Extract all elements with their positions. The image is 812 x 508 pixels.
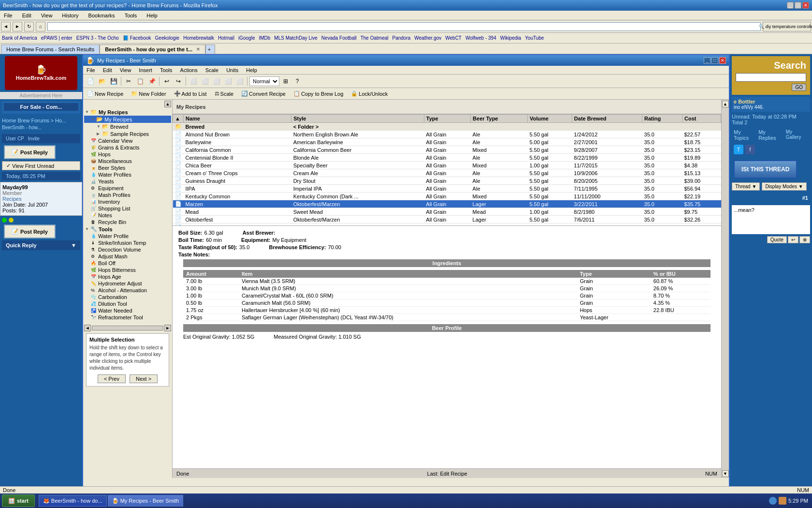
menu-view[interactable]: View — [39, 12, 55, 19]
tool-b3[interactable]: ⬜ — [211, 76, 222, 87]
bookmark-geekologie[interactable]: Geekologie — [155, 35, 180, 41]
ingredient-row[interactable]: 7.00 lb Vienna Malt (3.5 SRM) Grain 60.8… — [183, 278, 710, 285]
table-row-selected[interactable]: 📄 Marzen Oktoberfest/Marzen All Grain La… — [173, 200, 721, 208]
sidebar-link-hbf[interactable]: Home Brew Forums — [2, 118, 49, 123]
quote-btn[interactable]: Quote — [767, 236, 787, 243]
col-header-sort[interactable]: ▲ — [173, 115, 184, 123]
table-row[interactable]: 📄 Mead Sweet Mead All Grain Mead 1.00 ga… — [173, 208, 721, 216]
browser-close-btn[interactable]: ✕ — [802, 2, 809, 9]
start-button[interactable]: 🪟 start — [2, 494, 35, 507]
action-convert[interactable]: 🔄 Convert Recipe — [239, 90, 288, 97]
search-go-btn[interactable]: GO — [792, 84, 806, 91]
col-header-cost[interactable]: Cost — [682, 115, 721, 123]
tree-calendar-view[interactable]: 📅 Calendar View — [84, 137, 171, 144]
action-new-recipe[interactable]: 📄 New Recipe — [85, 90, 125, 97]
tool-redo[interactable]: ↪ — [173, 76, 184, 87]
bookmark-homebrewtalk[interactable]: Homebrewtalk — [183, 35, 214, 41]
tree-yeasts[interactable]: 🔬 Yeasts — [84, 178, 171, 185]
tree-tools-root[interactable]: ▼ 🔧 Tools — [84, 225, 171, 233]
table-row[interactable]: 📄 California Common California Common Be… — [173, 146, 721, 154]
bookmark-weather[interactable]: Weather.gov — [414, 35, 441, 41]
table-row[interactable]: 📄 Guiness Draught Dry Stout All Grain Al… — [173, 177, 721, 185]
display-modes-btn[interactable]: Display Modes ▼ — [762, 182, 806, 191]
bs-menu-view[interactable]: View — [118, 67, 133, 74]
user-cp-btn[interactable]: User CP — [6, 136, 24, 141]
my-replies-link[interactable]: My Replies — [758, 129, 784, 141]
bs-maximize-btn[interactable]: □ — [711, 57, 718, 64]
menu-history[interactable]: History — [60, 12, 80, 19]
taskbar-item-beersmith-app[interactable]: 🍺 My Recipes - Beer Smith — [108, 495, 184, 507]
bookmark-youtube[interactable]: YouTube — [525, 35, 544, 41]
style-selector[interactable]: Normal — [249, 76, 279, 86]
tree-scroll-up[interactable]: ▲ — [164, 101, 171, 107]
tool-cut[interactable]: ✂ — [123, 76, 134, 87]
tree-recycle-bin[interactable]: 🗑 Recycle Bin — [84, 219, 171, 225]
tree-decoction[interactable]: ⚗ Decoction Volume — [84, 246, 171, 253]
menu-tools[interactable]: Tools — [123, 12, 139, 19]
bs-menu-help[interactable]: Help — [245, 67, 259, 74]
post-action-btn-1[interactable]: ↩ — [788, 236, 798, 243]
bookmark-pandora[interactable]: Pandora — [392, 35, 410, 41]
tool-help[interactable]: ? — [292, 76, 303, 87]
reload-btn[interactable]: ↻ — [24, 22, 34, 31]
post-action-btn-2[interactable]: ⊕ — [799, 236, 810, 243]
ingredient-row[interactable]: 1.75 oz Hallertauer Hersbrucker [4.00 %]… — [183, 307, 710, 314]
tree-notes[interactable]: 📝 Notes — [84, 212, 171, 219]
action-new-folder[interactable]: 📁 New Folder — [129, 90, 168, 97]
tree-hops-bitterness[interactable]: 🌿 Hops Bitterness — [84, 267, 171, 273]
table-row[interactable]: 📄 Almond Nut Brown Northern English Brow… — [173, 131, 721, 138]
taskbar-item-beersmith-browser[interactable]: 🦊 BeerSmith - how do... — [39, 495, 107, 507]
bookmark-facebook[interactable]: 📘 Facebook — [123, 35, 151, 41]
tab-search-results[interactable]: Home Brew Forums - Search Results — [1, 45, 100, 54]
action-lock[interactable]: 🔒 Lock/Unlock — [349, 90, 390, 97]
browser-minimize-btn[interactable]: _ — [787, 2, 794, 9]
bs-menu-scale[interactable]: Scale — [204, 67, 220, 74]
tool-b2[interactable]: ⬜ — [200, 76, 210, 87]
twitter-icon[interactable]: T — [734, 145, 743, 154]
bs-menu-file[interactable]: File — [85, 67, 97, 74]
bs-minimize-btn[interactable]: _ — [704, 57, 710, 64]
tree-carbonation[interactable]: 🫧 Carbonation — [84, 294, 171, 300]
tree-hops-age[interactable]: 📅 Hops Age — [84, 273, 171, 280]
bookmark-bofa[interactable]: Bank of America — [2, 35, 37, 41]
main-vscrollbar[interactable]: ▲ ▼ — [721, 100, 729, 478]
bookmark-hotmail[interactable]: Hotmail — [218, 35, 234, 41]
tree-scroll-left[interactable]: ◄ — [84, 325, 91, 331]
vscroll-down-btn[interactable]: ▼ — [722, 470, 729, 477]
search-input-right[interactable] — [736, 73, 806, 82]
menu-bookmarks[interactable]: Bookmarks — [87, 12, 117, 19]
tree-water-profile[interactable]: 💧 Water Profile — [84, 233, 171, 239]
ingredient-row[interactable]: 0.50 lb Caramunich Malt (56.0 SRM) Grain… — [183, 299, 710, 307]
tree-grains-extracts[interactable]: 🌾 Grains & Extracts — [84, 144, 171, 151]
bookmark-wikipedia[interactable]: Wikipedia — [500, 35, 521, 41]
bookmark-oatmeal[interactable]: The Oatmeal — [361, 35, 389, 41]
bs-menu-insert[interactable]: Insert — [137, 67, 154, 74]
tab-close-btn[interactable]: ✕ — [196, 47, 200, 52]
vscroll-up-btn[interactable]: ▲ — [722, 101, 729, 107]
table-folder-row[interactable]: 📁 Brewed < Folder > — [173, 123, 721, 131]
bookmark-nevada[interactable]: Nevada Football — [321, 35, 357, 41]
tree-my-recipes[interactable]: ▼ 📂 My Recipes — [84, 116, 171, 123]
action-scale[interactable]: ⚖ Scale — [213, 90, 236, 97]
sidebar-link-ho[interactable]: Ho... — [55, 118, 66, 123]
tree-beer-styles[interactable]: 🍺 Beer Styles — [84, 164, 171, 171]
tab-beersmith[interactable]: BeerSmith - how do you get the t... ✕ — [100, 45, 205, 54]
tool-b5[interactable]: ⬜ — [234, 76, 245, 87]
tree-my-recipes-root[interactable]: ▼ 📁 My Recipes — [84, 108, 171, 116]
search-addon-btn[interactable]: 🔍 diy temperature controller — [763, 22, 811, 31]
view-first-unread-btn[interactable]: ✓ View First Unread — [2, 161, 80, 170]
tool-undo[interactable]: ↩ — [161, 76, 172, 87]
col-header-style[interactable]: Style — [291, 115, 424, 123]
bookmark-igoogle[interactable]: iGoogle — [238, 35, 255, 41]
menu-edit[interactable]: Edit — [20, 12, 33, 19]
tree-hydrometer[interactable]: 📏 Hydrometer Adjust — [84, 280, 171, 287]
tree-sample-recipes[interactable]: ▶ 📁 Sample Recipes — [84, 130, 171, 137]
col-header-name[interactable]: Name — [184, 115, 291, 123]
ingredient-row[interactable]: 3.00 lb Munich Malt (9.0 SRM) Grain 26.0… — [183, 285, 710, 292]
col-header-date[interactable]: Date Brewed — [572, 115, 642, 123]
tool-open[interactable]: 📂 — [97, 76, 107, 87]
bookmark-epaws[interactable]: ePAWS | enter — [41, 35, 72, 41]
bookmark-webct[interactable]: WebCT — [445, 35, 462, 41]
tool-grid[interactable]: ⊞ — [280, 76, 291, 87]
tool-new[interactable]: 📄 — [85, 76, 96, 87]
